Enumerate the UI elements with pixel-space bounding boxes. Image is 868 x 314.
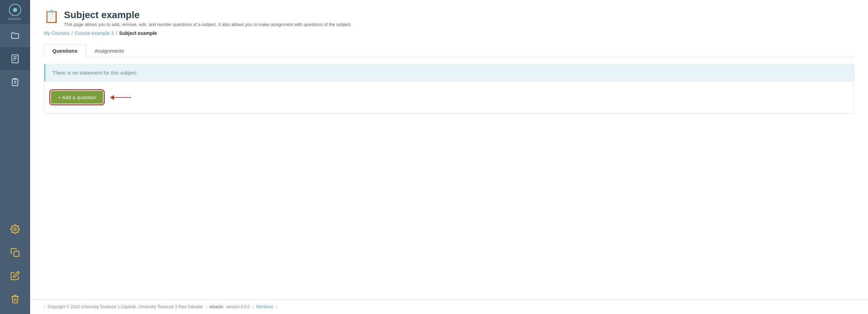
sidebar-item-edit[interactable] xyxy=(0,264,30,287)
info-message: There is no statement for this subject. xyxy=(52,70,138,76)
action-area: + Add a question xyxy=(44,81,854,113)
edit-icon xyxy=(10,271,20,280)
breadcrumb-course[interactable]: Course example 3 xyxy=(75,30,114,36)
arrow-line xyxy=(114,97,131,98)
breadcrumb-my-courses[interactable]: My Courses xyxy=(44,30,69,36)
page-description: This page allows you to add, remove, edi… xyxy=(64,22,352,27)
info-box: There is no statement for this subject. xyxy=(44,64,854,81)
svg-rect-8 xyxy=(14,251,19,257)
footer-brand: elaastic xyxy=(209,304,224,309)
breadcrumb-sep-1: / xyxy=(72,30,73,36)
page-header: 📋 Subject example This page allows you t… xyxy=(44,10,854,27)
footer-version: version 4.0.0 xyxy=(226,304,250,309)
sidebar-item-folder[interactable] xyxy=(0,24,30,47)
sidebar-item-settings[interactable] xyxy=(0,218,30,241)
sidebar: elaastic xyxy=(0,0,30,314)
svg-rect-4 xyxy=(12,79,18,86)
arrow-annotation xyxy=(110,95,131,100)
add-question-button[interactable]: + Add a question xyxy=(51,91,103,104)
settings-icon xyxy=(10,224,20,234)
folder-icon xyxy=(10,31,20,40)
page-title: Subject example xyxy=(64,10,352,21)
logo[interactable]: elaastic xyxy=(0,0,30,24)
breadcrumb-sep-2: / xyxy=(116,30,117,36)
sidebar-item-clipboard[interactable] xyxy=(0,70,30,94)
footer-copyright: Copyright © 2019 University Toulouse 1 C… xyxy=(48,304,203,309)
svg-point-7 xyxy=(14,228,16,231)
sidebar-item-copy[interactable] xyxy=(0,241,30,264)
breadcrumb-current: Subject example xyxy=(119,30,157,36)
trash-icon xyxy=(10,294,20,304)
copy-icon xyxy=(10,248,20,257)
sidebar-item-document[interactable] xyxy=(0,47,30,70)
tab-questions[interactable]: Questions xyxy=(44,44,86,57)
tab-content: There is no statement for this subject. … xyxy=(44,64,854,114)
logo-icon xyxy=(9,4,21,16)
logo-text: elaastic xyxy=(9,17,22,21)
footer-mentions-link[interactable]: Mentions xyxy=(256,304,273,309)
footer: | Copyright © 2019 University Toulouse 1… xyxy=(30,299,868,314)
tab-assignments[interactable]: Assignments xyxy=(86,44,132,57)
breadcrumb: My Courses / Course example 3 / Subject … xyxy=(44,30,854,36)
clipboard-icon xyxy=(10,77,20,87)
main-content: 📋 Subject example This page allows you t… xyxy=(30,0,868,314)
tabs: Questions Assignments xyxy=(44,44,854,57)
arrow-head xyxy=(110,95,114,100)
subject-icon: 📋 xyxy=(44,10,59,23)
content-area: 📋 Subject example This page allows you t… xyxy=(30,0,868,299)
sidebar-item-trash[interactable] xyxy=(0,287,30,311)
page-header-text: Subject example This page allows you to … xyxy=(64,10,352,27)
document-icon xyxy=(10,54,20,64)
